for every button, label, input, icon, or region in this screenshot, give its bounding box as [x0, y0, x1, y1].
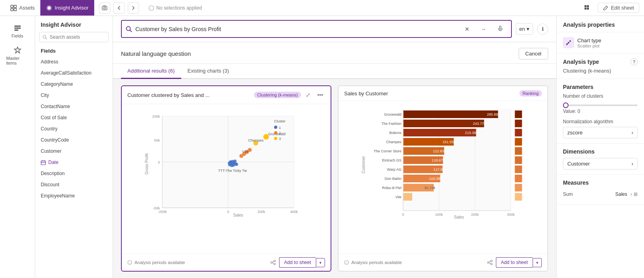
svg-line-134	[489, 263, 491, 264]
tab-existing-charts[interactable]: Existing charts (3)	[181, 64, 236, 79]
measure-sales-value: Sales	[615, 191, 627, 197]
svg-line-23	[130, 30, 132, 32]
analysis-type-value: Clustering (k-means)	[563, 65, 638, 74]
analysis-type-label: Analysis type	[563, 59, 599, 65]
scatter-type-icon	[563, 37, 574, 48]
list-item[interactable]: ContactName	[35, 101, 113, 112]
measure-icons: › ⊞	[630, 191, 638, 197]
norm-algo-select[interactable]: zscore ›	[563, 127, 638, 138]
measures-title: Measures	[563, 179, 638, 186]
add-to-sheet-arrow-2[interactable]: ▾	[533, 258, 542, 267]
mic-btn[interactable]	[493, 23, 507, 35]
back-icon	[116, 5, 122, 11]
svg-line-133	[489, 261, 491, 262]
svg-rect-3	[14, 8, 16, 11]
fields-icon	[14, 24, 22, 32]
svg-text:200k: 200k	[471, 213, 479, 217]
svg-line-75	[272, 261, 274, 262]
svg-text:Sales: Sales	[454, 215, 464, 219]
dimensions-section: Dimensions Customer ›	[557, 144, 644, 175]
dimension-customer-row[interactable]: Customer ›	[563, 158, 638, 170]
info-small-icon: i	[127, 260, 132, 265]
chart1-badge: Clustering (k-means)	[254, 92, 301, 98]
svg-rect-0	[11, 5, 13, 8]
grid-btn[interactable]	[582, 2, 593, 14]
svg-text:Eintrach GS: Eintrach GS	[382, 158, 402, 162]
language-select[interactable]: en ▾	[516, 23, 533, 35]
lang-label: en	[519, 26, 525, 32]
nlq-title: Natural language question	[121, 50, 191, 57]
dimensions-title: Dimensions	[563, 148, 638, 155]
sidebar-item-fields[interactable]: Fields	[2, 21, 34, 41]
share-2-icon	[487, 260, 493, 265]
tool-buttons	[94, 2, 144, 14]
add-to-sheet-main-2[interactable]: Add to sheet	[496, 257, 533, 268]
svg-text:Grunewald: Grunewald	[384, 112, 402, 116]
list-item[interactable]: CategoryName	[35, 79, 113, 90]
svg-rect-122	[515, 147, 522, 155]
search-arrow-btn[interactable]: →	[477, 24, 490, 35]
norm-algo-value: zscore	[567, 130, 583, 136]
analysis-properties-title: Analysis properties	[557, 16, 644, 32]
share-icon	[270, 260, 276, 265]
sidebar-item-master[interactable]: Master items	[2, 43, 34, 69]
chart1-menu-btn[interactable]: •••	[315, 90, 325, 100]
svg-text:243.77k: 243.77k	[473, 122, 486, 126]
insight-advisor-tab[interactable]: Insight Advisor	[40, 0, 94, 16]
chart1-expand-btn[interactable]: ⤢	[303, 90, 313, 100]
bar-chart-svg: Customer Sales 0 100k	[343, 105, 543, 221]
norm-algo-label: Normalization algorithm	[563, 119, 638, 124]
list-item-date[interactable]: Date	[35, 157, 113, 168]
chart1-body: Gross Profit Sales 100k 0 -50k	[122, 104, 331, 254]
add-to-sheet-1: Add to sheet ▾	[279, 257, 325, 268]
forward-btn[interactable]	[128, 2, 139, 14]
svg-point-137	[569, 40, 571, 42]
svg-text:TTT-The Ticky Tie: TTT-The Ticky Tie	[218, 169, 247, 173]
chart2-body: Customer Sales 0 100k	[339, 101, 547, 254]
svg-rect-13	[14, 26, 21, 27]
svg-text:200k: 200k	[258, 210, 266, 214]
svg-text:Cluster: Cluster	[274, 119, 286, 123]
svg-text:Vite: Vite	[242, 150, 248, 154]
list-item-customer[interactable]: Customer	[35, 146, 113, 157]
svg-text:Vite: Vite	[395, 195, 401, 199]
list-item-country[interactable]: Country	[35, 123, 113, 134]
list-item[interactable]: Address	[35, 56, 113, 67]
assets-search-box[interactable]	[39, 32, 109, 42]
cancel-btn[interactable]: Cancel	[519, 48, 548, 59]
topbar: Assets Insight Advisor No selections app…	[0, 0, 644, 16]
measure-expand-btn[interactable]: ›	[630, 191, 632, 197]
main-layout: Fields Master items Insight Advisor Fiel…	[0, 16, 644, 278]
measure-grid-btn[interactable]: ⊞	[634, 191, 638, 197]
add-to-sheet-main-1[interactable]: Add to sheet	[279, 257, 316, 268]
back-btn[interactable]	[113, 2, 125, 14]
assets-label: Assets	[19, 5, 35, 11]
analysis-help-btn[interactable]: ?	[630, 58, 638, 65]
list-item[interactable]: Description	[35, 168, 113, 179]
list-item-cost-of-sale[interactable]: Cost of Sale	[35, 112, 113, 123]
svg-text:i: i	[346, 261, 347, 264]
fields-heading[interactable]: Fields	[35, 45, 113, 56]
add-to-sheet-arrow-1[interactable]: ▾	[316, 258, 325, 267]
tab-additional-results[interactable]: Additional results (6)	[121, 64, 181, 79]
search-assets-input[interactable]	[50, 34, 105, 40]
svg-text:219.39k: 219.39k	[465, 131, 478, 135]
clusters-slider[interactable]	[563, 104, 638, 106]
list-item[interactable]: City	[35, 90, 113, 101]
svg-text:400k: 400k	[290, 210, 298, 214]
list-item[interactable]: CountryCode	[35, 134, 113, 146]
list-item-discount[interactable]: Discount	[35, 179, 113, 190]
edit-sheet-btn[interactable]: Edit sheet	[598, 3, 639, 13]
list-item[interactable]: AverageCallSatisfaction	[35, 67, 113, 79]
svg-text:100k: 100k	[435, 213, 443, 217]
svg-rect-1	[14, 5, 16, 8]
svg-text:Gross Profit: Gross Profit	[145, 153, 149, 174]
assets-panel-title: Insight Advisor	[41, 22, 81, 28]
info-btn[interactable]: ℹ	[537, 24, 548, 35]
assets-tab[interactable]: Assets	[5, 0, 40, 16]
list-item[interactable]: EmployeeName	[35, 190, 113, 201]
screenshot-btn[interactable]	[99, 2, 110, 14]
clear-search-btn[interactable]: ✕	[461, 24, 474, 35]
main-search-input[interactable]	[135, 26, 458, 32]
edit-sheet-label: Edit sheet	[611, 5, 634, 11]
